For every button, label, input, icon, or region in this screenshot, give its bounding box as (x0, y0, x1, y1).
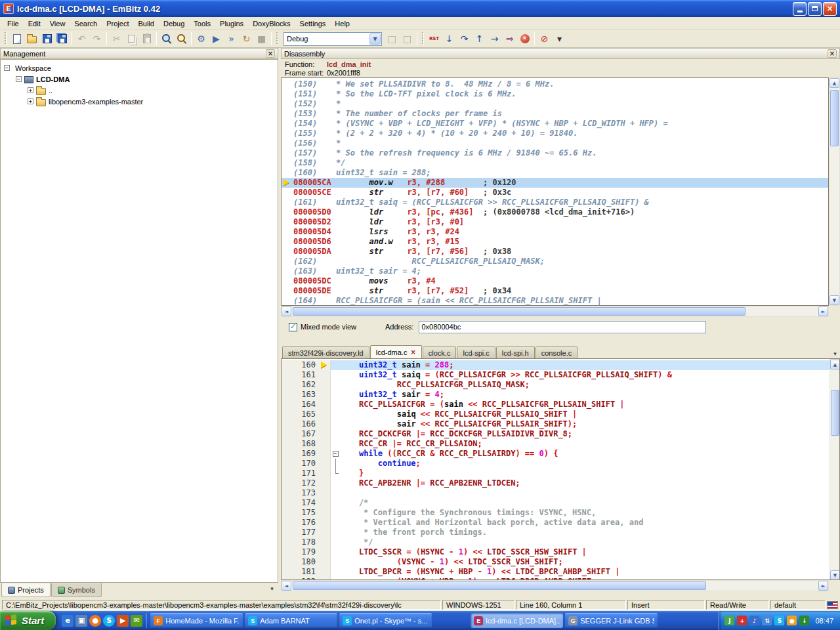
task-button-1[interactable]: FHomeMade - Mozilla F... (150, 613, 243, 628)
tab-lcd-spi-c[interactable]: lcd-spi.c (457, 346, 495, 358)
collapse-icon[interactable]: − (16, 76, 22, 82)
menu-build[interactable]: Build (133, 18, 158, 30)
tab-close-icon[interactable]: × (410, 348, 415, 356)
minimize-button[interactable] (793, 2, 807, 16)
tab-lcd-dma-c[interactable]: lcd-dma.c× (370, 345, 422, 358)
tab-console-c[interactable]: console.c (536, 346, 578, 358)
editor-tabs-dropdown-icon[interactable]: ▾ (830, 348, 840, 358)
run-to-cursor-button[interactable]: → (487, 32, 502, 47)
toolbar-options-button[interactable]: ▾ (552, 32, 567, 47)
save-file-button[interactable] (39, 32, 54, 47)
scrollbar-thumb[interactable] (293, 307, 746, 316)
management-tab-symbols[interactable]: Symbols (51, 583, 102, 597)
new-file-button[interactable] (9, 32, 24, 47)
scroll-down-icon[interactable]: ▼ (830, 295, 839, 305)
tree-item-lcd-dma[interactable]: −LCD-DMA (1, 74, 278, 85)
editor-hscrollbar[interactable]: ◄ ► (281, 580, 829, 591)
management-tabs-dropdown-icon[interactable]: ▾ (267, 583, 277, 593)
updates-icon[interactable]: ↓ (799, 616, 809, 625)
build-and-run-button[interactable]: » (224, 32, 239, 47)
address-input[interactable] (419, 321, 706, 333)
disassembly-hscrollbar[interactable]: ◄ ► (281, 306, 829, 317)
menu-project[interactable]: Project (102, 18, 133, 30)
task-button-2[interactable]: SAdam BARNAT (245, 613, 337, 628)
step-over-button[interactable]: ↷ (457, 32, 472, 47)
toolbar-grip[interactable] (276, 32, 278, 45)
toolbar-grip[interactable] (422, 32, 424, 45)
fold-collapse-icon[interactable]: − (333, 451, 339, 457)
save-all-button[interactable] (54, 32, 70, 47)
menu-file[interactable]: File (3, 18, 24, 30)
scroll-left-icon[interactable]: ◄ (282, 306, 291, 316)
source-editor[interactable]: 160 uint32_t sain = 288;161 uint32_t sai… (281, 358, 840, 580)
menu-plugins[interactable]: Plugins (215, 18, 248, 30)
skype-icon[interactable]: S (103, 615, 115, 627)
expand-icon[interactable]: + (28, 87, 33, 93)
tree-item--[interactable]: +.. (1, 85, 278, 96)
media-player-icon[interactable]: ▶ (117, 615, 129, 627)
show-desktop-icon[interactable]: ▣ (75, 615, 87, 627)
menu-help[interactable]: Help (330, 18, 354, 30)
tab-lcd-spi-h[interactable]: lcd-spi.h (496, 346, 535, 358)
task-button-3[interactable]: SOnet.pl - Skype™ - s... (339, 613, 432, 628)
email-icon[interactable]: ✉ (131, 615, 142, 627)
scroll-left-icon[interactable]: ◄ (282, 581, 291, 591)
menu-tools[interactable]: Tools (189, 18, 215, 30)
menu-search[interactable]: Search (70, 18, 102, 30)
collapse-icon[interactable]: − (4, 65, 10, 71)
mixed-mode-checkbox[interactable] (289, 323, 297, 331)
disassembly-view[interactable]: (150) * We set PLLSAIDIVR to 8. 48 MHz /… (281, 77, 829, 306)
menu-view[interactable]: View (45, 18, 70, 30)
build-button[interactable]: ⚙ (194, 32, 209, 47)
scrollbar-thumb[interactable] (831, 390, 839, 436)
volume-icon[interactable]: ♪ (749, 616, 759, 625)
scroll-up-icon[interactable]: ▲ (830, 360, 840, 369)
network-icon[interactable]: ⇅ (762, 616, 772, 625)
scroll-down-icon[interactable]: ▼ (830, 570, 840, 580)
find-button[interactable] (159, 32, 174, 47)
build-target-combo[interactable]: Debug▼ (284, 32, 382, 46)
internet-explorer-icon[interactable]: e (62, 615, 74, 627)
tab-stm32f429i-discovery-ld[interactable]: stm32f429i-discovery.ld (282, 346, 369, 358)
menu-edit[interactable]: Edit (24, 18, 45, 30)
toolbar-grip[interactable] (5, 32, 7, 45)
firefox-icon[interactable]: ● (89, 615, 101, 627)
menu-settings[interactable]: Settings (295, 18, 331, 30)
run-button[interactable]: ▶ (209, 32, 224, 47)
task-button-4[interactable]: Elcd-dma.c [LCD-DMA]... (471, 613, 563, 628)
next-statement-button[interactable]: ⇒ (502, 32, 517, 47)
tab-clock-c[interactable]: clock.c (423, 346, 457, 358)
find-in-files-button[interactable] (174, 32, 189, 47)
stop-debugger-button[interactable] (517, 32, 532, 47)
close-button[interactable]: × (823, 2, 837, 16)
antivirus-icon[interactable]: + (737, 616, 747, 625)
menu-debug[interactable]: Debug (159, 18, 189, 30)
disassembly-close-icon[interactable]: × (828, 49, 837, 58)
tree-item-libopencm3-examples-master[interactable]: +libopencm3-examples-master (1, 96, 278, 107)
scroll-up-icon[interactable]: ▲ (830, 78, 839, 88)
step-out-button[interactable]: ↑ (472, 32, 487, 47)
scrollbar-thumb[interactable] (293, 581, 706, 590)
scroll-right-icon[interactable]: ► (818, 306, 828, 316)
scroll-right-icon[interactable]: ► (818, 581, 828, 591)
menu-doxyblocks[interactable]: DoxyBlocks (248, 18, 295, 30)
management-tab-projects[interactable]: Projects (1, 583, 51, 597)
detach-debugger-button[interactable]: ⊘ (537, 32, 552, 47)
skype-tray-icon[interactable]: S (774, 616, 784, 625)
messenger-icon[interactable]: ● (787, 616, 797, 625)
editor-vscrollbar[interactable]: ▲ ▼ (830, 359, 840, 580)
tree-item-workspace[interactable]: −Workspace (1, 62, 278, 74)
start-button[interactable]: Start (0, 611, 56, 630)
combo-dropdown-icon[interactable]: ▼ (369, 33, 381, 45)
disassembly-vscrollbar[interactable]: ▲ ▼ (829, 77, 840, 306)
management-close-icon[interactable]: × (266, 49, 275, 58)
step-into-button[interactable]: ↓ (442, 32, 457, 47)
expand-icon[interactable]: + (28, 98, 33, 104)
language-flag-icon[interactable] (827, 601, 838, 609)
jlink-icon[interactable]: J (724, 616, 734, 625)
restore-button[interactable] (808, 2, 822, 16)
reset-target-button[interactable]: RST (427, 32, 442, 47)
rebuild-button[interactable]: ↻ (239, 32, 254, 47)
scrollbar-thumb[interactable] (830, 90, 839, 146)
task-button-5[interactable]: GSEGGER J-Link GDB S... (565, 613, 658, 628)
